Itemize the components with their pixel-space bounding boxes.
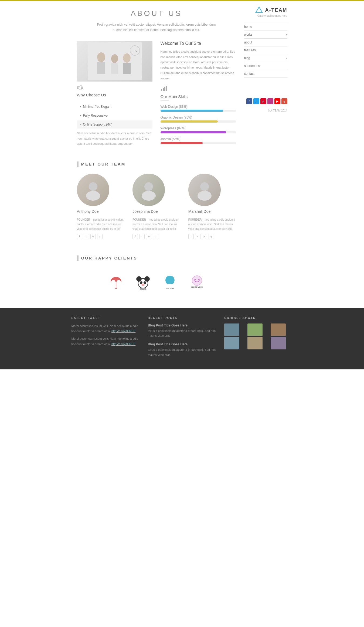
nav-item-about[interactable]: about — [244, 39, 287, 46]
team-social: f t in g — [188, 234, 236, 239]
tweet-item: Morbi accumsan ipsum velit. Nam nec tell… — [72, 336, 140, 347]
dribbble-thumb-5[interactable] — [271, 337, 286, 349]
team-name: Joesphina Doe — [132, 209, 180, 214]
social-icon-pinterest[interactable]: p — [260, 98, 266, 104]
team-divider — [188, 215, 195, 215]
nav-item-features[interactable]: features — [244, 46, 287, 54]
social-icon-twitter[interactable]: t — [253, 98, 259, 104]
skill-label: Web Design (83%) — [161, 105, 236, 109]
dribbble-thumb-4[interactable] — [247, 337, 263, 349]
team-social-twitter[interactable]: t — [139, 234, 145, 239]
team-social-google[interactable]: g — [209, 234, 214, 239]
footer-posts-title: RECENT POSTS — [148, 316, 216, 319]
section-title-rect — [77, 161, 79, 167]
team-social-google[interactable]: g — [97, 234, 103, 239]
footer-dribbble: DRIBBLE SHOTS — [224, 316, 292, 362]
svg-point-28 — [141, 284, 145, 286]
team-member-0: Anthony Doe FOUNDER – nec tellus a odio … — [77, 174, 125, 239]
accordion-arrow: ▸ — [80, 114, 81, 117]
svg-point-33 — [198, 279, 199, 280]
svg-point-3 — [97, 52, 105, 62]
nav-item-shortcodes[interactable]: shortcodes — [244, 62, 287, 70]
clients-section: OUR HAPPY CLIENTS — [77, 250, 236, 297]
client-logo-panda: panda — [132, 273, 154, 292]
accordion-arrow: ▾ — [80, 123, 81, 126]
dribbble-thumb-0[interactable] — [224, 323, 239, 336]
team-section-title: MEET OUR TEAM — [81, 162, 126, 166]
post-text: tellus a odio tincidunt auctor a ornare … — [148, 328, 216, 338]
skill-label: Graphic Design (76%) — [161, 116, 236, 119]
team-social-twitter[interactable]: t — [84, 234, 89, 239]
post-title[interactable]: Blog Post Title Goes Here — [148, 323, 216, 327]
svg-text:panda: panda — [140, 288, 146, 290]
svg-point-31 — [192, 276, 202, 285]
team-social: f t in g — [77, 234, 125, 239]
nav-item-blog[interactable]: blog▾ — [244, 54, 287, 62]
team-social: f t in g — [132, 234, 180, 239]
svg-rect-4 — [97, 62, 105, 74]
team-social-facebook[interactable]: f — [188, 234, 194, 239]
team-social-facebook[interactable]: f — [77, 234, 82, 239]
post-title[interactable]: Blog Post Title Goes Here — [148, 342, 216, 346]
team-social-linkedin[interactable]: in — [90, 234, 96, 239]
social-icons: ftpi▶g — [246, 98, 287, 104]
team-social-facebook[interactable]: f — [132, 234, 138, 239]
tweet-link[interactable]: http://ow.ly/tCRDE — [111, 329, 135, 333]
team-name: Anthony Doe — [77, 209, 125, 214]
tweet-item: Morbi accumsan ipsum velit. Nam nec tell… — [72, 323, 140, 334]
social-icon-google[interactable]: g — [281, 98, 287, 104]
right-column: Welcome To Our Site Nam nec tellus a odi… — [161, 41, 236, 148]
team-social-linkedin[interactable]: in — [146, 234, 151, 239]
meet-team-section: MEET OUR TEAM Anthony Doe FOUNDER – nec … — [77, 156, 236, 239]
nav-item-contact[interactable]: contact — [244, 70, 287, 78]
megaphone-icon — [77, 85, 152, 91]
skills-heading: Our Main Skills — [161, 94, 236, 99]
skill-bar — [161, 142, 203, 144]
accordion-item-2[interactable]: ▾Online Support 24/7 — [77, 120, 152, 129]
left-column: Why Choose Us ▸Minimal Yet Elegant▸Fully… — [77, 41, 152, 148]
team-social-google[interactable]: g — [153, 234, 158, 239]
dribbble-thumb-3[interactable] — [224, 337, 239, 349]
team-role: FOUNDER – nec tellus a odio tincidunt au… — [77, 217, 125, 231]
svg-point-19 — [142, 191, 156, 201]
team-role: FOUNDER – nec tellus a odio tincidunt au… — [188, 217, 236, 231]
team-photo-1 — [132, 174, 165, 206]
team-social-linkedin[interactable]: in — [202, 234, 207, 239]
dribbble-thumb-2[interactable] — [271, 323, 286, 336]
svg-rect-13 — [163, 88, 164, 91]
dribbble-thumb-1[interactable] — [247, 323, 263, 336]
accordion-item-0[interactable]: ▸Minimal Yet Elegant — [77, 103, 152, 111]
why-choose-text: Nam nec tellus a odio tincidunt auctor a… — [77, 131, 152, 147]
tweet-link[interactable]: http://ow.ly/tCRDE — [111, 342, 135, 346]
social-icon-youtube[interactable]: ▶ — [274, 98, 280, 104]
svg-point-16 — [89, 182, 97, 191]
svg-text:HAPPYHO: HAPPYHO — [191, 286, 203, 289]
team-social-twitter[interactable]: t — [195, 234, 200, 239]
page-subtitle: Proin gravida nibh vel velit auctor aliq… — [94, 22, 219, 33]
navigation: homeworks▾aboutfeaturesblog▾shortcodesco… — [244, 23, 287, 78]
svg-marker-0 — [256, 7, 262, 12]
nav-item-works[interactable]: works▾ — [244, 31, 287, 39]
why-choose-heading: Why Choose Us — [77, 93, 152, 97]
svg-rect-14 — [164, 87, 165, 91]
social-icon-facebook[interactable]: f — [246, 98, 252, 104]
skill-item: Web Design (83%) — [161, 105, 236, 112]
copyright: © A-TEAM 2014 — [268, 109, 287, 112]
nav-item-home[interactable]: home — [244, 23, 287, 31]
post-text: tellus a odio tincidunt auctor a ornare … — [148, 347, 216, 357]
skill-bar — [161, 120, 218, 123]
welcome-text: Nam nec tellus a odio tincidunt auctor a… — [161, 49, 236, 81]
post-item: Blog Post Title Goes Here tellus a odio … — [148, 323, 216, 338]
team-divider — [132, 215, 139, 215]
page-title: ABOUT US — [77, 9, 236, 18]
client-logo-1 — [105, 273, 127, 292]
team-photo-2 — [188, 174, 221, 206]
social-icon-instagram[interactable]: i — [267, 98, 273, 104]
svg-point-7 — [123, 53, 131, 63]
logo-tagline: Catchy tagline goes here — [255, 14, 287, 17]
clients-grid: panda wooster — [77, 268, 236, 297]
svg-rect-8 — [123, 63, 131, 74]
svg-point-26 — [140, 281, 142, 284]
svg-point-25 — [144, 276, 150, 282]
accordion-item-1[interactable]: ▸Fully Responsive — [77, 112, 152, 120]
